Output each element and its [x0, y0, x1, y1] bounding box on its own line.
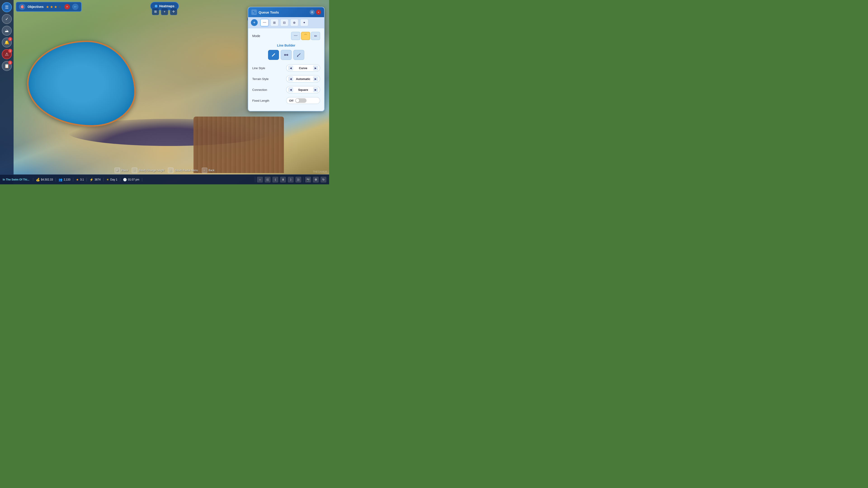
playback-pause-btn[interactable]: ⏸ — [280, 177, 286, 183]
tab-layers[interactable]: ⊟ — [280, 19, 288, 26]
tab-grid[interactable]: ⊞ — [270, 19, 278, 26]
mode-label: Mode — [252, 34, 260, 38]
line-builder-buttons — [252, 50, 320, 60]
day-value: Day 1 — [110, 178, 117, 181]
playback-fast-btn[interactable]: ⟩⟩ — [296, 177, 301, 183]
lb-pencil-btn[interactable] — [268, 50, 279, 60]
camera-plus-btn[interactable]: + — [161, 8, 168, 15]
line-style-prev-btn[interactable]: ◀ — [288, 66, 293, 70]
playback-refresh-btn[interactable]: ↻ — [320, 177, 327, 183]
star-2: ★ — [50, 5, 53, 9]
mode-btn-brush[interactable]: ✏ — [311, 32, 320, 40]
heatmaps-label: Heatmaps — [159, 4, 175, 8]
tab-path[interactable]: 〰 — [260, 19, 269, 26]
connection-label: Connection — [252, 88, 286, 92]
star-4: ★ — [58, 5, 61, 9]
status-rating: ★ 3.1 — [73, 178, 87, 182]
playback-next-btn[interactable]: ⟩ — [288, 177, 293, 183]
playback-settings-btn[interactable]: ⚙ — [313, 177, 319, 183]
queue-tools-panel: 🐾 Queue Tools ⚙ × + 〰 ⊞ ⊟ ⊕ ✦ Mode 〰 ⌒ ✏… — [248, 7, 324, 111]
lb-brush-btn[interactable] — [293, 50, 304, 60]
sidebar-btn-menu[interactable]: ☰ — [2, 2, 12, 12]
line-style-value: Curve — [295, 66, 311, 70]
sidebar-btn-checkmark[interactable]: ✓ — [2, 14, 12, 24]
mode-btn-curve[interactable]: ⌒ — [301, 32, 310, 40]
wood-deck — [193, 117, 284, 173]
money-value: $4,502.33 — [41, 178, 53, 181]
line-style-control: ◀ Curve ▶ — [286, 64, 320, 72]
watermark: THEGAMER — [313, 170, 327, 173]
tab-add-btn[interactable]: + — [251, 19, 258, 26]
terrain-style-control: ◀ Automatic ▶ — [286, 75, 320, 83]
fixed-length-toggle-control: Off — [286, 97, 320, 104]
connection-value: Square — [295, 88, 311, 92]
camera-move-btn[interactable]: ✛ — [170, 8, 177, 15]
panel-header: 🐾 Queue Tools ⚙ × — [248, 7, 324, 17]
fixed-length-label: Fixed Length — [252, 99, 286, 102]
playback-hold-btn[interactable]: ○ — [257, 177, 263, 183]
playback-camera-btn[interactable]: 📷 — [305, 177, 311, 183]
lb-chain-btn[interactable] — [281, 50, 291, 60]
notification-badge: 1 — [8, 37, 12, 41]
status-day: ☀ Day 1 — [103, 178, 120, 182]
happiness-value: 3874 — [94, 178, 101, 181]
objectives-icon: 🎯 — [19, 4, 25, 10]
sidebar-btn-notification[interactable]: 🔔 1 — [2, 37, 12, 47]
tab-adjust[interactable]: ⊕ — [290, 19, 298, 26]
terrain-style-prev-btn[interactable]: ◀ — [288, 76, 293, 81]
svg-point-3 — [285, 55, 285, 55]
action-hints: ⊗ Place ○ (Hold) Change height △ (Hold) … — [115, 168, 215, 173]
panel-body: Mode 〰 ⌒ ✏ Line Builder — [248, 28, 324, 111]
sidebar-btn-tasks[interactable]: 📋 1 — [2, 61, 12, 71]
line-style-next-btn[interactable]: ▶ — [313, 66, 318, 70]
terrain-style-next-btn[interactable]: ▶ — [313, 76, 318, 81]
connection-next-btn[interactable]: ▶ — [313, 87, 318, 92]
objectives-extra-btn[interactable]: ↩ — [72, 4, 79, 10]
rating-icon: ★ — [76, 178, 79, 182]
status-money: 💰 $4,502.33 — [33, 178, 56, 182]
panel-title: Queue Tools — [258, 10, 279, 14]
time-icon: 🕐 — [123, 178, 127, 182]
visitors-value: 2,133 — [64, 178, 70, 181]
fixed-length-row: Fixed Length Off — [252, 96, 320, 105]
playback-rewind-btn[interactable]: ⟨⟨ — [265, 177, 271, 183]
mission-name: In The Swim Of Thi... — [3, 178, 33, 181]
hint-place-label: Place — [121, 169, 128, 172]
playback-prev-btn[interactable]: ⟨ — [272, 177, 278, 183]
sidebar-btn-mountain[interactable]: ⛰ — [2, 26, 12, 36]
mode-buttons: 〰 ⌒ ✏ — [291, 32, 320, 40]
star-3: ★ — [54, 5, 57, 9]
panel-icon: 🐾 — [251, 9, 257, 15]
line-builder-title: Line Builder — [252, 43, 320, 47]
happiness-icon: ⚡ — [90, 178, 93, 182]
sidebar-btn-alert[interactable]: ⚠ 1 — [2, 49, 12, 59]
tab-extra[interactable]: ✦ — [300, 19, 308, 26]
playback-controls: ○ ⟨⟨ ⟨ ⏸ ⟩ ⟩⟩ 📷 ⚙ ↻ — [255, 177, 327, 183]
visitors-icon: 👥 — [59, 178, 62, 182]
svg-rect-5 — [297, 56, 298, 57]
toggle-thumb — [296, 99, 299, 102]
hint-place-btn: ⊗ — [115, 168, 120, 173]
camera-square-btn[interactable]: ⊞ — [152, 8, 159, 15]
hint-height-label: (Hold) Change height — [138, 169, 164, 172]
objectives-title: Objectives — [28, 5, 43, 8]
money-icon: 💰 — [36, 178, 40, 182]
connection-control: ◀ Square ▶ — [286, 86, 320, 93]
terrain-style-label: Terrain Style — [252, 77, 286, 80]
status-happiness: ⚡ 3874 — [87, 178, 103, 182]
connection-row: Connection ◀ Square ▶ — [252, 86, 320, 94]
toggle-off-label: Off — [289, 99, 293, 102]
hint-radial-label: (Hold) Radial Menu — [175, 169, 198, 172]
tab-bar: + 〰 ⊞ ⊟ ⊕ ✦ — [248, 17, 324, 28]
objectives-panel: 🎯 Objectives ★ ★ ★ ★ × ↩ — [16, 2, 82, 12]
fixed-length-toggle[interactable] — [295, 98, 307, 103]
objectives-close-btn[interactable]: × — [64, 4, 70, 9]
left-sidebar: ☰ ✓ ⛰ 🔔 1 ⚠ 1 📋 1 — [0, 0, 13, 184]
connection-prev-btn[interactable]: ◀ — [288, 87, 293, 92]
mode-btn-wave[interactable]: 〰 — [291, 32, 300, 40]
panel-settings-btn[interactable]: ⚙ — [310, 10, 315, 15]
hint-back: ○ Back — [202, 168, 215, 173]
status-time: 🕐 01:07 pm — [120, 178, 142, 182]
panel-close-btn[interactable]: × — [316, 10, 321, 15]
hint-radial: △ (Hold) Radial Menu — [168, 168, 198, 173]
